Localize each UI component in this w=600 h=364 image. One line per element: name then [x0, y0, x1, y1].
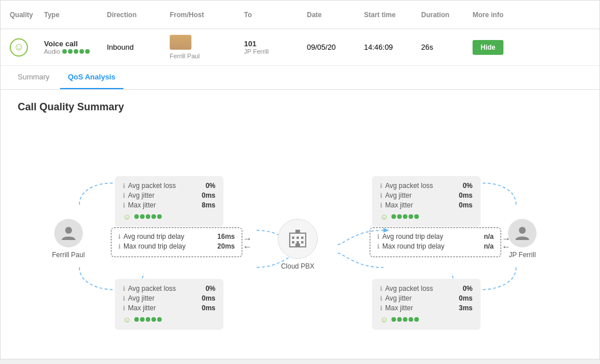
smiley-icon: ☺	[10, 38, 28, 57]
dashed-row: ℹ Max round trip delay n/a	[377, 242, 494, 250]
dashed-row: ℹ Max round trip delay 20ms	[118, 242, 235, 250]
dashed-label: Max round trip delay	[123, 242, 213, 250]
call-quality-diagram: Ferrill Paul ℹ Avg packet loss 0% ℹ Avg …	[18, 130, 578, 347]
stats-dots: ☺	[380, 212, 473, 221]
to-ext: 101	[244, 39, 307, 48]
col-starttime-header: Start time	[364, 11, 421, 19]
info-icon: ℹ	[377, 243, 379, 250]
stats-box-top-right: ℹ Avg packet loss 0% ℹ Avg jitter 0ms ℹ …	[372, 176, 481, 227]
info-icon: ℹ	[380, 202, 382, 209]
svg-rect-5	[297, 237, 299, 239]
info-icon: ℹ	[380, 305, 382, 312]
stats-row: ℹ Avg packet loss 0%	[123, 182, 215, 190]
dashed-row: ℹ Avg round trip delay 16ms	[118, 233, 235, 241]
stats-value: 0%	[463, 285, 473, 293]
pbx-icon	[278, 219, 318, 259]
caller-label: Ferrill Paul	[52, 251, 85, 259]
dashed-value: n/a	[484, 242, 494, 250]
col-duration-header: Duration	[421, 11, 473, 19]
info-icon: ℹ	[123, 295, 125, 302]
starttime-cell: 14:46:09	[364, 43, 421, 51]
stats-value: 0%	[463, 182, 473, 190]
callee-node: JP Ferrill	[508, 219, 537, 259]
quality-dots	[62, 49, 90, 54]
col-moreinfo-header: More info	[473, 11, 590, 19]
svg-rect-9	[301, 241, 303, 243]
info-icon: ℹ	[380, 295, 382, 302]
stats-value: 0%	[206, 285, 215, 293]
svg-rect-6	[301, 237, 303, 239]
stats-dots: ☺	[123, 212, 215, 221]
stats-row: ℹ Avg jitter 0ms	[123, 294, 215, 302]
hide-button[interactable]: Hide	[473, 40, 503, 55]
info-icon: ℹ	[123, 202, 125, 209]
stats-label: Avg jitter	[128, 191, 197, 199]
stats-row: ℹ Avg packet loss 0%	[123, 285, 215, 293]
info-icon: ℹ	[380, 182, 382, 190]
stats-row: ℹ Avg jitter 0ms	[380, 191, 473, 199]
direction-cell: Inbound	[107, 43, 170, 51]
stats-row: ℹ Avg packet loss 0%	[380, 182, 473, 190]
stats-box-bottom-right: ℹ Avg packet loss 0% ℹ Avg jitter 0ms ℹ …	[372, 279, 481, 330]
dashed-value: 16ms	[217, 233, 235, 241]
stats-label: Avg jitter	[385, 191, 454, 199]
stats-value: 0ms	[202, 191, 215, 199]
stats-label: Avg packet loss	[128, 182, 201, 190]
dashed-label: Avg round trip delay	[382, 233, 479, 241]
stats-label: Avg jitter	[128, 294, 197, 302]
pbx-label: Cloud PBX	[281, 262, 315, 270]
stats-smiley-icon: ☺	[380, 315, 388, 324]
table-row: ☺ Voice call Audio Inbound Ferrill Paul …	[1, 29, 599, 66]
stats-row: ℹ Max jitter 3ms	[380, 304, 473, 312]
stats-label: Max jitter	[385, 304, 454, 312]
stats-value: 0ms	[202, 294, 215, 302]
dashed-label: Avg round trip delay	[123, 233, 213, 241]
type-cell: Voice call Audio	[44, 39, 107, 55]
stats-smiley-icon: ☺	[123, 212, 131, 221]
stats-dots: ☺	[123, 315, 215, 324]
stats-dots: ☺	[380, 315, 473, 324]
stats-row: ℹ Max jitter 8ms	[123, 201, 215, 209]
caller-node: Ferrill Paul	[52, 219, 85, 259]
pbx-node: Cloud PBX	[278, 219, 318, 270]
section-title: Call Quality Summary	[18, 101, 582, 113]
stats-label: Avg jitter	[385, 294, 454, 302]
date-cell: 09/05/20	[307, 43, 364, 51]
stats-smiley-icon: ☺	[123, 315, 131, 324]
person-svg-right	[514, 225, 530, 241]
stats-row: ℹ Avg jitter 0ms	[380, 294, 473, 302]
callee-label: JP Ferrill	[509, 251, 535, 259]
info-icon: ℹ	[123, 182, 125, 190]
svg-rect-10	[295, 243, 300, 247]
call-type: Voice call	[44, 39, 107, 48]
col-date-header: Date	[307, 11, 364, 19]
stats-row: ℹ Avg packet loss 0%	[380, 285, 473, 293]
stats-label: Max jitter	[128, 304, 197, 312]
svg-rect-11	[295, 230, 300, 233]
content-area: Call Quality Summary	[1, 90, 599, 359]
svg-point-12	[519, 227, 526, 234]
stats-value: 0ms	[459, 294, 473, 302]
info-icon: ℹ	[123, 285, 125, 293]
table-header: Quality Type Direction From/Host To Date…	[1, 1, 599, 29]
stats-value: 8ms	[202, 201, 215, 209]
info-icon: ℹ	[123, 192, 125, 199]
to-name: JP Ferrill	[244, 48, 307, 55]
from-cell: Ferrill Paul	[170, 35, 244, 59]
col-to-header: To	[244, 11, 307, 19]
info-icon: ℹ	[118, 243, 121, 250]
stats-label: Max jitter	[128, 201, 197, 209]
stats-label: Max jitter	[385, 201, 454, 209]
dashed-value: 20ms	[217, 242, 235, 250]
from-name: Ferrill Paul	[170, 53, 244, 59]
dashed-label: Max round trip delay	[382, 242, 479, 250]
tabs-bar: Summary QoS Analysis	[1, 66, 599, 90]
svg-rect-7	[292, 241, 294, 243]
svg-point-2	[65, 227, 72, 234]
tab-summary[interactable]: Summary	[10, 66, 58, 89]
stats-row: ℹ Max jitter 0ms	[380, 201, 473, 209]
stats-box-bottom-left: ℹ Avg packet loss 0% ℹ Avg jitter 0ms ℹ …	[115, 279, 223, 330]
dashed-row: ℹ Avg round trip delay n/a	[377, 233, 494, 241]
tab-qos-analysis[interactable]: QoS Analysis	[60, 66, 123, 89]
stats-label: Avg packet loss	[128, 285, 201, 293]
